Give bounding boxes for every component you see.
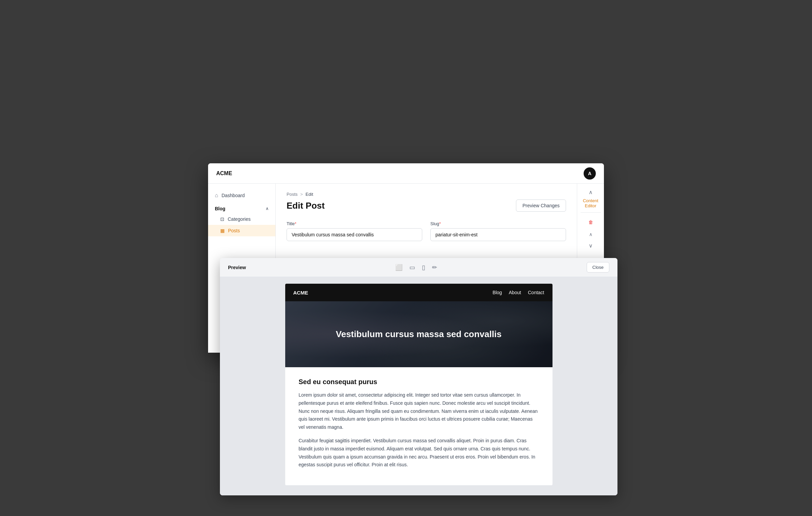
posts-label: Posts (228, 228, 240, 233)
blog-section-label: Blog (215, 206, 225, 211)
sidebar-dashboard-label: Dashboard (222, 193, 245, 198)
right-panel-actions: 🗑 ∧ (585, 217, 597, 240)
hero-title: Vestibulum cursus massa sed convallis (322, 329, 515, 339)
article-heading: Sed eu consequat purus (299, 378, 539, 386)
page-title-row: Edit Post Preview Changes (287, 200, 566, 212)
site-nav: ACME Blog About Contact (285, 284, 552, 301)
paint-icon[interactable]: ✏ (432, 264, 437, 271)
breadcrumb-separator: > (300, 192, 303, 197)
preview-header: Preview ⬜ ▭ ▯ ✏ Close (220, 258, 617, 277)
delete-button[interactable]: 🗑 (585, 217, 597, 228)
site-hero: Vestibulum cursus massa sed convallis (285, 301, 552, 367)
tablet-icon[interactable]: ▭ (409, 264, 415, 271)
slug-input[interactable] (430, 228, 566, 241)
desktop-icon[interactable]: ⬜ (395, 264, 403, 271)
content-area: Posts > Edit Edit Post Preview Changes T… (276, 184, 577, 353)
title-input[interactable] (287, 228, 422, 241)
app-window: ACME A ⌂ Dashboard Blog ∧ ⊡ Categories ▦… (208, 163, 604, 353)
preview-overlay: Preview ⬜ ▭ ▯ ✏ Close ACME (220, 258, 617, 495)
avatar[interactable]: A (584, 167, 596, 180)
site-nav-links: Blog About Contact (493, 290, 544, 295)
breadcrumb-current: Edit (306, 192, 313, 197)
nav-link-blog[interactable]: Blog (493, 290, 502, 295)
article-paragraph-2: Curabitur feugiat sagittis imperdiet. Ve… (299, 437, 539, 469)
right-panel-divider (581, 212, 601, 213)
breadcrumb: Posts > Edit (287, 192, 566, 197)
content-editor-label: Content Editor (580, 198, 601, 208)
nav-link-about[interactable]: About (509, 290, 521, 295)
top-nav: ACME A (208, 163, 604, 184)
breadcrumb-posts[interactable]: Posts (287, 192, 298, 197)
preview-close-button[interactable]: Close (587, 262, 609, 273)
title-field-group: Title* (287, 221, 422, 241)
slug-label: Slug* (430, 221, 566, 226)
right-panel-chevron-up[interactable]: ∧ (580, 189, 601, 195)
article-paragraph-1: Lorem ipsum dolor sit amet, consectetur … (299, 391, 539, 431)
page-title: Edit Post (287, 201, 325, 211)
preview-site: ACME Blog About Contact Vestibulum cur (285, 284, 552, 485)
preview-content: ACME Blog About Contact Vestibulum cur (220, 277, 617, 495)
move-up-button[interactable]: ∧ (585, 229, 597, 240)
title-label: Title* (287, 221, 422, 226)
tag-icon: ⊡ (220, 216, 224, 222)
form-row: Title* Slug* (287, 221, 566, 241)
site-body: Sed eu consequat purus Lorem ipsum dolor… (285, 367, 552, 485)
mobile-icon[interactable]: ▯ (422, 264, 425, 271)
preview-title: Preview (228, 265, 246, 270)
sidebar-item-posts[interactable]: ▦ Posts (208, 225, 275, 236)
home-icon: ⌂ (215, 192, 218, 198)
posts-icon: ▦ (220, 228, 225, 233)
categories-label: Categories (228, 216, 251, 222)
blog-chevron-icon: ∧ (266, 206, 269, 211)
nav-link-contact[interactable]: Contact (528, 290, 544, 295)
slug-field-group: Slug* (430, 221, 566, 241)
sidebar-item-categories[interactable]: ⊡ Categories (208, 213, 275, 225)
preview-changes-button[interactable]: Preview Changes (516, 200, 566, 212)
app-logo: ACME (216, 170, 232, 177)
right-panel-chevron-down[interactable]: ∨ (589, 242, 593, 249)
sidebar-item-dashboard[interactable]: ⌂ Dashboard (208, 189, 275, 202)
site-logo: ACME (293, 290, 308, 296)
main-layout: ⌂ Dashboard Blog ∧ ⊡ Categories ▦ Posts … (208, 184, 604, 353)
sidebar-blog-section[interactable]: Blog ∧ (208, 202, 275, 213)
device-icons: ⬜ ▭ ▯ ✏ (395, 264, 437, 271)
